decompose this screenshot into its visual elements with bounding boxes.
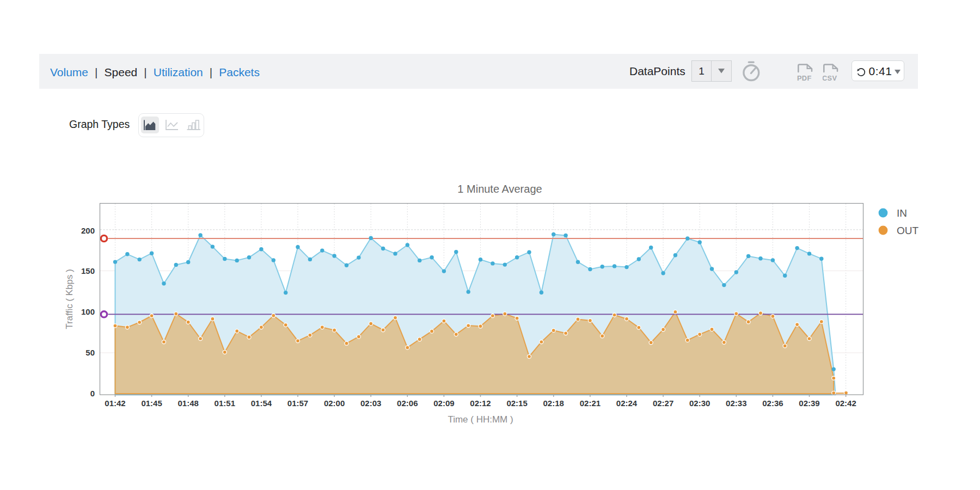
svg-text:Traffic ( Kbps ): Traffic ( Kbps ) — [65, 269, 75, 329]
svg-text:02:39: 02:39 — [799, 399, 819, 408]
svg-text:02:30: 02:30 — [689, 399, 710, 408]
svg-text:01:48: 01:48 — [178, 399, 199, 408]
svg-text:200: 200 — [81, 226, 95, 235]
svg-text:50: 50 — [85, 348, 95, 357]
svg-text:02:24: 02:24 — [616, 399, 638, 408]
svg-text:0: 0 — [90, 389, 95, 398]
svg-text:01:54: 01:54 — [251, 399, 272, 408]
svg-text:150: 150 — [81, 266, 95, 275]
svg-text:01:45: 01:45 — [141, 399, 162, 408]
svg-text:Time ( HH:MM ): Time ( HH:MM ) — [448, 414, 513, 425]
svg-text:100: 100 — [81, 307, 95, 316]
svg-text:1 Minute Average: 1 Minute Average — [457, 183, 542, 195]
svg-text:02:09: 02:09 — [433, 399, 454, 408]
svg-text:02:42: 02:42 — [835, 399, 856, 408]
svg-text:01:51: 01:51 — [215, 399, 235, 408]
svg-text:02:18: 02:18 — [543, 399, 564, 408]
svg-text:02:15: 02:15 — [506, 399, 527, 408]
svg-text:01:42: 01:42 — [105, 399, 125, 408]
svg-text:02:36: 02:36 — [762, 399, 783, 408]
svg-text:02:33: 02:33 — [726, 399, 746, 408]
svg-text:02:00: 02:00 — [324, 399, 345, 408]
svg-text:OUT: OUT — [897, 225, 919, 236]
svg-text:IN: IN — [897, 207, 907, 219]
svg-text:02:27: 02:27 — [653, 399, 673, 408]
svg-text:02:21: 02:21 — [580, 399, 601, 408]
svg-text:02:06: 02:06 — [397, 399, 418, 408]
svg-text:02:03: 02:03 — [360, 399, 381, 408]
svg-text:01:57: 01:57 — [287, 399, 308, 408]
svg-text:02:12: 02:12 — [470, 399, 491, 408]
